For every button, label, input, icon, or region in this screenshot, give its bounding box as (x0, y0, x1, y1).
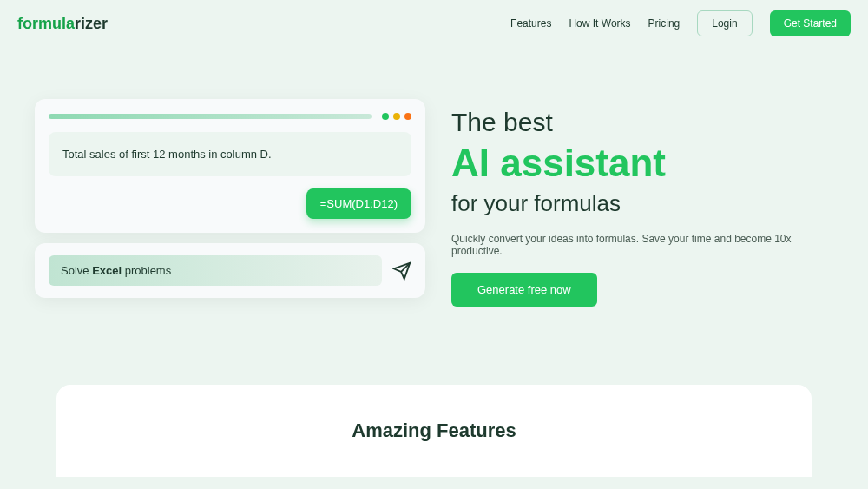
hero-right: The best AI assistant for your formulas … (451, 99, 833, 307)
logo[interactable]: formularizer (17, 15, 108, 33)
nav-how-it-works[interactable]: How It Works (569, 17, 630, 30)
hero-section: Total sales of first 12 months in column… (0, 47, 868, 341)
demo-card: Total sales of first 12 months in column… (35, 99, 425, 233)
header: formularizer Features How It Works Prici… (0, 0, 868, 47)
features-title: Amazing Features (91, 420, 777, 442)
search-prefix: Solve (61, 264, 92, 277)
window-dots (382, 113, 411, 120)
headline-3: for your formulas (451, 190, 833, 217)
nav-pricing[interactable]: Pricing (648, 17, 681, 30)
search-suffix: problems (122, 264, 171, 277)
search-input[interactable]: Solve Excel problems (49, 255, 382, 286)
get-started-button[interactable]: Get Started (770, 10, 851, 36)
nav: Features How It Works Pricing Login Get … (510, 10, 851, 36)
search-bold: Excel (92, 264, 122, 277)
hero-left: Total sales of first 12 months in column… (35, 99, 425, 307)
cta-button[interactable]: Generate free now (451, 273, 597, 307)
window-bar (49, 113, 411, 120)
logo-part2: rizer (75, 15, 108, 32)
dot-green-icon (382, 113, 389, 120)
login-button[interactable]: Login (697, 10, 752, 36)
nav-features[interactable]: Features (510, 17, 551, 30)
formula-badge: =SUM(D1:D12) (306, 188, 411, 219)
progress-bar (49, 114, 372, 119)
headline-1: The best (451, 108, 833, 137)
query-box: Total sales of first 12 months in column… (49, 132, 411, 176)
search-card: Solve Excel problems (35, 243, 425, 298)
dot-yellow-icon (393, 113, 400, 120)
logo-part1: formula (17, 15, 75, 32)
send-icon[interactable] (392, 261, 411, 281)
headline-2: AI assistant (451, 141, 833, 187)
subtext: Quickly convert your ideas into formulas… (451, 233, 833, 257)
formula-result-row: =SUM(D1:D12) (49, 188, 411, 219)
dot-orange-icon (404, 113, 411, 120)
features-section: Amazing Features (56, 385, 812, 477)
